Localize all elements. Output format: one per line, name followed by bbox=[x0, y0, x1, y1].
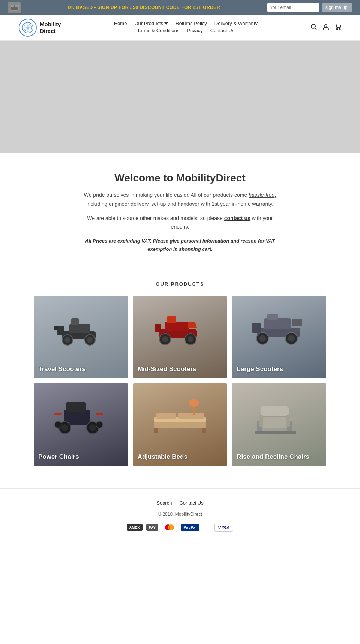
visa-icon: VISA bbox=[214, 524, 233, 532]
svg-rect-27 bbox=[154, 324, 161, 332]
products-section: OUR PRODUCTS Travel Scooters bbox=[19, 270, 341, 488]
hero-banner bbox=[0, 41, 360, 153]
svg-rect-37 bbox=[66, 402, 86, 412]
svg-rect-51 bbox=[178, 413, 204, 419]
account-button[interactable] bbox=[322, 24, 329, 32]
contact-us-link[interactable]: contact us bbox=[224, 215, 250, 221]
header-actions bbox=[310, 24, 341, 32]
adjustable-bed-image bbox=[133, 387, 227, 447]
welcome-p2: We are able to source other makes and mo… bbox=[82, 214, 278, 232]
welcome-heading: Welcome to MobilityDirect bbox=[82, 172, 278, 184]
nav-delivery-warranty[interactable]: Delivery & Warranty bbox=[214, 21, 258, 26]
svg-line-7 bbox=[315, 28, 317, 30]
product-card-large[interactable]: Large Scooters bbox=[232, 296, 326, 378]
nav-home[interactable]: Home bbox=[114, 21, 127, 26]
cart-button[interactable] bbox=[334, 24, 341, 32]
svg-point-9 bbox=[337, 28, 338, 30]
svg-rect-29 bbox=[264, 318, 291, 329]
svg-rect-21 bbox=[165, 322, 189, 331]
svg-rect-35 bbox=[252, 323, 261, 333]
svg-rect-13 bbox=[71, 318, 79, 325]
top-banner: UK BASED - SIGN UP FOR £50 DISCOUNT CODE… bbox=[0, 0, 360, 15]
midsized-scooter-label: Mid-Sized Scooters bbox=[133, 360, 227, 378]
amex-icon: AMEX bbox=[127, 524, 142, 531]
svg-point-32 bbox=[259, 335, 266, 342]
svg-rect-61 bbox=[255, 431, 296, 434]
svg-point-39 bbox=[62, 424, 68, 431]
svg-point-43 bbox=[96, 421, 103, 428]
svg-point-24 bbox=[162, 336, 168, 342]
footer-copyright: © 2018, MobilityDirect bbox=[15, 512, 345, 517]
search-button[interactable] bbox=[310, 24, 317, 32]
large-scooter-label: Large Scooters bbox=[232, 360, 326, 378]
svg-rect-44 bbox=[54, 413, 62, 415]
welcome-p1: We pride ourselves in making your life e… bbox=[82, 191, 278, 209]
footer-links: Search Contact Us bbox=[15, 500, 345, 506]
svg-rect-3 bbox=[15, 6, 18, 7]
product-card-recline[interactable]: Rise and Recline Chairs bbox=[232, 383, 326, 466]
mastercard-icon bbox=[162, 523, 177, 532]
svg-rect-49 bbox=[202, 428, 206, 433]
payment-icons: AMEX PAY PayPal VISA bbox=[15, 523, 345, 532]
paypal-icon: PayPal bbox=[181, 524, 200, 531]
svg-point-17 bbox=[87, 337, 93, 343]
recline-chair-image bbox=[232, 387, 326, 447]
site-footer: Search Contact Us © 2018, MobilityDirect… bbox=[0, 488, 360, 543]
signup-button[interactable]: sign me up! bbox=[322, 3, 352, 12]
svg-point-42 bbox=[55, 421, 62, 428]
nav-contact-us[interactable]: Contact Us bbox=[210, 28, 234, 33]
svg-point-26 bbox=[188, 336, 194, 342]
svg-rect-22 bbox=[167, 316, 176, 323]
recline-chair-label: Rise and Recline Chairs bbox=[232, 448, 326, 466]
logo-text: Mobility Direct bbox=[40, 21, 61, 34]
footer-search-link[interactable]: Search bbox=[156, 500, 172, 506]
email-signup-form: sign me up! bbox=[267, 3, 352, 12]
products-grid: Travel Scooters Mid-Sized Scooters bbox=[34, 296, 326, 466]
svg-rect-18 bbox=[57, 326, 64, 335]
power-chair-image bbox=[34, 387, 128, 447]
products-heading: OUR PRODUCTS bbox=[34, 281, 326, 287]
svg-point-41 bbox=[89, 424, 96, 431]
svg-rect-1 bbox=[11, 5, 14, 7]
nav-privacy[interactable]: Privacy bbox=[187, 28, 203, 33]
logo-link[interactable]: Mobility Direct bbox=[19, 19, 61, 37]
footer-contact-link[interactable]: Contact Us bbox=[179, 500, 203, 506]
svg-rect-30 bbox=[267, 314, 278, 320]
svg-rect-60 bbox=[286, 415, 290, 427]
product-card-travel[interactable]: Travel Scooters bbox=[34, 296, 128, 378]
svg-point-53 bbox=[189, 399, 199, 407]
product-card-beds[interactable]: Adjustable Beds bbox=[133, 383, 227, 466]
svg-rect-12 bbox=[69, 324, 90, 333]
product-card-power[interactable]: Power Chairs bbox=[34, 383, 128, 466]
svg-point-6 bbox=[311, 24, 315, 28]
midsized-scooter-image bbox=[133, 300, 227, 359]
svg-rect-2 bbox=[15, 5, 18, 6]
travel-scooter-label: Travel Scooters bbox=[34, 360, 128, 378]
svg-rect-48 bbox=[154, 428, 158, 433]
svg-rect-19 bbox=[54, 326, 58, 330]
svg-rect-59 bbox=[259, 415, 263, 427]
svg-point-34 bbox=[288, 335, 295, 342]
vat-note: All Prices are excluding VAT. Please giv… bbox=[82, 237, 278, 253]
svg-point-15 bbox=[64, 337, 70, 343]
nav-terms-conditions[interactable]: Terms & Conditions bbox=[137, 28, 180, 33]
adjustable-bed-label: Adjustable Beds bbox=[133, 448, 227, 466]
travel-scooter-image bbox=[34, 300, 128, 359]
site-header: Mobility Direct Home Our Products Return… bbox=[0, 15, 360, 41]
nav-our-products[interactable]: Our Products bbox=[134, 21, 168, 26]
nav-returns-policy[interactable]: Returns Policy bbox=[176, 21, 207, 26]
svg-rect-45 bbox=[96, 413, 103, 415]
product-card-midsized[interactable]: Mid-Sized Scooters bbox=[133, 296, 227, 378]
logo-icon bbox=[19, 19, 37, 37]
main-nav: Home Our Products Returns Policy Deliver… bbox=[114, 21, 258, 35]
svg-rect-50 bbox=[156, 413, 176, 419]
large-scooter-image bbox=[232, 300, 326, 359]
email-input[interactable] bbox=[267, 3, 320, 12]
svg-point-8 bbox=[325, 25, 327, 27]
applepay-icon: PAY bbox=[146, 524, 159, 531]
svg-rect-56 bbox=[261, 406, 289, 416]
welcome-section: Welcome to MobilityDirect We pride ourse… bbox=[68, 153, 292, 270]
banner-icon bbox=[8, 2, 21, 13]
banner-text: UK BASED - SIGN UP FOR £50 DISCOUNT CODE… bbox=[21, 5, 267, 10]
power-chair-label: Power Chairs bbox=[34, 448, 128, 466]
